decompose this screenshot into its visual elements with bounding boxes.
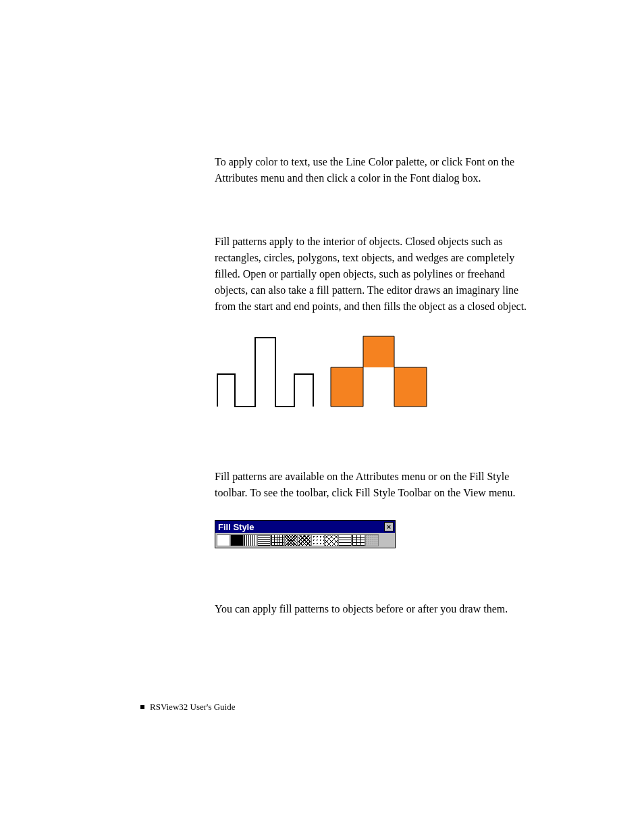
fill-pattern-illustration xyxy=(215,334,539,408)
close-button[interactable]: × xyxy=(384,522,394,531)
fill-swatch-horizontal[interactable] xyxy=(257,534,271,546)
fill-swatch-wave[interactable] xyxy=(338,534,352,546)
paragraph-apply-fill: You can apply fill patterns to objects b… xyxy=(215,601,539,617)
fill-swatch-brick[interactable] xyxy=(352,534,365,546)
paragraph-fill-style-toolbar: Fill patterns are available on the Attri… xyxy=(215,469,539,501)
bullet-icon xyxy=(140,705,144,709)
fill-swatch-halftone[interactable] xyxy=(365,534,379,546)
svg-rect-4 xyxy=(394,367,427,407)
fill-style-swatches xyxy=(215,533,395,548)
paragraph-text-color: To apply color to text, use the Line Col… xyxy=(215,154,539,186)
fill-swatch-diagcross-dense[interactable] xyxy=(284,534,298,546)
svg-rect-2 xyxy=(331,367,363,407)
fill-style-toolbar: Fill Style × xyxy=(215,520,396,548)
fill-swatch-cross[interactable] xyxy=(271,534,284,546)
fill-swatch-diagcross-wide[interactable] xyxy=(325,534,338,546)
svg-rect-5 xyxy=(363,367,394,407)
fill-swatch-solid[interactable] xyxy=(230,534,244,546)
fill-swatch-diagcross[interactable] xyxy=(298,534,311,546)
page-footer: RSView32 User's Guide xyxy=(140,702,236,712)
fill-style-titlebar: Fill Style × xyxy=(215,521,395,533)
paragraph-fill-patterns-intro: Fill patterns apply to the interior of o… xyxy=(215,234,539,315)
page-content: To apply color to text, use the Line Col… xyxy=(215,154,539,633)
fill-swatch-vertical[interactable] xyxy=(244,534,257,546)
fill-style-title-label: Fill Style xyxy=(218,522,254,532)
svg-rect-3 xyxy=(363,336,394,367)
footer-text: RSView32 User's Guide xyxy=(150,702,236,712)
fill-swatch-none[interactable] xyxy=(217,534,230,546)
fill-swatch-dots[interactable] xyxy=(311,534,325,546)
